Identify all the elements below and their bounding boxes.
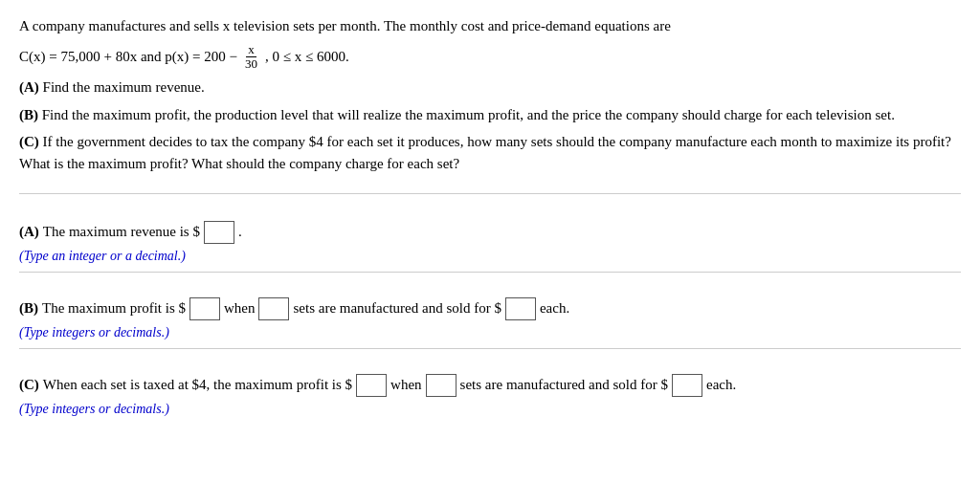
part-a-label: (A) xyxy=(19,79,39,95)
answer-b-sets-input[interactable] xyxy=(258,297,289,320)
equation-cx-text: C(x) = 75,000 + 80x and p(x) = 200 − xyxy=(19,46,237,68)
answer-b-each: each. xyxy=(540,296,569,321)
answer-a-hint: (Type an integer or a decimal.) xyxy=(19,249,961,264)
answer-a-label: (A) xyxy=(19,219,39,245)
fraction: x 30 xyxy=(243,43,259,72)
part-a-question: (A) Find the maximum revenue. xyxy=(19,77,961,99)
answer-b-when: when xyxy=(224,296,256,321)
answer-c-when: when xyxy=(390,372,422,398)
answer-c-sets-text: sets are manufactured and sold for $ xyxy=(460,372,668,398)
problem-statement: A company manufactures and sells x telev… xyxy=(19,15,961,194)
page-container: A company manufactures and sells x telev… xyxy=(0,0,980,451)
intro-text: A company manufactures and sells x telev… xyxy=(19,15,961,37)
answer-a-text-after: . xyxy=(238,219,242,245)
answer-c-each: each. xyxy=(706,372,736,398)
answer-b-profit-input[interactable] xyxy=(189,297,220,320)
part-c-question-text: If the government decides to tax the com… xyxy=(19,134,951,171)
answer-c-label: (C) xyxy=(19,372,39,398)
part-b-question: (B) Find the maximum profit, the product… xyxy=(19,104,961,126)
answer-line-c: (C) When each set is taxed at $4, the ma… xyxy=(19,372,961,398)
answer-b-hint: (Type integers or decimals.) xyxy=(19,325,961,340)
answer-c-hint: (Type integers or decimals.) xyxy=(19,402,961,417)
answer-section-b: (B) The maximum profit is $ when sets ar… xyxy=(19,284,961,349)
equation-line: C(x) = 75,000 + 80x and p(x) = 200 − x 3… xyxy=(19,43,961,72)
answer-line-a: (A) The maximum revenue is $ . xyxy=(19,219,961,245)
part-c-label: (C) xyxy=(19,134,39,149)
fraction-numerator: x xyxy=(246,43,256,57)
answer-line-b: (B) The maximum profit is $ when sets ar… xyxy=(19,296,961,321)
answer-c-sets-input[interactable] xyxy=(426,374,457,397)
answer-a-input[interactable] xyxy=(204,221,234,244)
answer-b-text-before: The maximum profit is $ xyxy=(42,296,186,321)
answer-c-text-before: When each set is taxed at $4, the maximu… xyxy=(43,372,352,398)
equation-suffix: , 0 ≤ x ≤ 6000. xyxy=(265,46,349,68)
answer-b-sets-text: sets are manufactured and sold for $ xyxy=(293,296,501,321)
answer-section-c: (C) When each set is taxed at $4, the ma… xyxy=(19,361,961,425)
fraction-denominator: 30 xyxy=(243,57,259,71)
answer-c-price-input[interactable] xyxy=(672,374,702,397)
answer-b-label: (B) xyxy=(19,296,38,321)
part-b-question-text: Find the maximum profit, the production … xyxy=(42,107,895,122)
part-a-question-text: Find the maximum revenue. xyxy=(43,79,205,95)
part-b-label: (B) xyxy=(19,107,38,122)
part-c-question: (C) If the government decides to tax the… xyxy=(19,131,961,174)
answer-a-text-before: The maximum revenue is $ xyxy=(43,219,200,245)
answer-b-price-input[interactable] xyxy=(505,297,536,320)
answer-section-a: (A) The maximum revenue is $ . (Type an … xyxy=(19,208,961,273)
answer-c-profit-input[interactable] xyxy=(356,374,387,397)
